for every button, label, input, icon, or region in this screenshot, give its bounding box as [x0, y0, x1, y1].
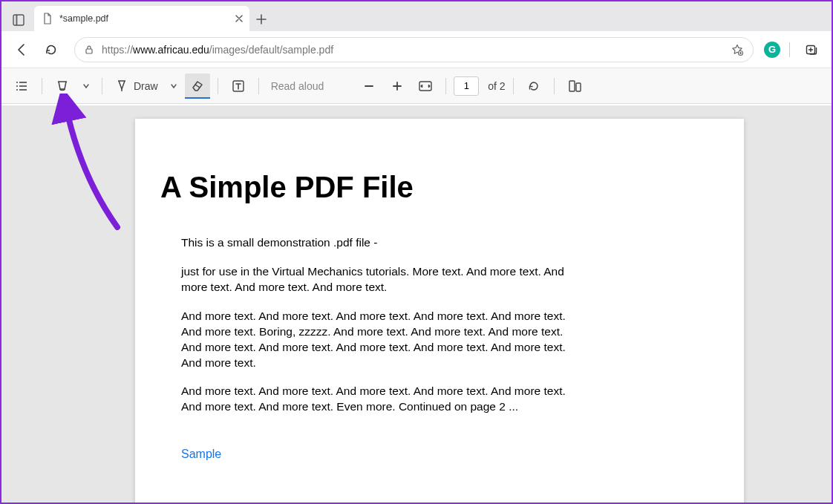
highlight-dropdown[interactable]	[78, 73, 94, 99]
grammarly-extension-icon[interactable]: G	[764, 42, 780, 58]
contents-button[interactable]	[9, 73, 34, 99]
tab[interactable]: *sample.pdf	[34, 6, 249, 31]
pdf-viewport[interactable]: A Simple PDF File This is a small demons…	[1, 105, 832, 503]
separator	[445, 78, 446, 94]
address-bar: https://www.africau.edu/images/default/s…	[1, 31, 832, 68]
svg-point-7	[16, 85, 18, 87]
fit-width-button[interactable]	[413, 73, 438, 99]
url-field[interactable]: https://www.africau.edu/images/default/s…	[74, 37, 754, 62]
collections-button[interactable]	[799, 37, 824, 62]
paragraph: just for use in the Virtual Mechanics tu…	[181, 264, 576, 295]
separator	[513, 78, 514, 94]
draw-dropdown[interactable]	[166, 73, 182, 99]
separator	[102, 78, 102, 94]
erase-button[interactable]	[185, 73, 210, 99]
page-view-button[interactable]	[562, 73, 587, 99]
address-bar-right: G	[764, 37, 824, 62]
zoom-out-button[interactable]	[356, 73, 382, 99]
rotate-button[interactable]	[521, 73, 546, 99]
tab-strip: *sample.pdf	[1, 1, 832, 31]
read-aloud-button[interactable]: Read aloud	[267, 73, 329, 99]
zoom-in-button[interactable]	[385, 73, 410, 99]
draw-button[interactable]: Draw	[110, 73, 163, 99]
new-tab-button[interactable]	[249, 7, 273, 31]
svg-line-12	[195, 85, 200, 88]
back-button[interactable]	[9, 37, 34, 62]
tab-actions-button[interactable]	[7, 9, 30, 31]
svg-rect-18	[569, 81, 575, 91]
separator	[42, 78, 42, 94]
sample-link[interactable]: Sample	[160, 448, 221, 461]
page-number-input[interactable]	[454, 76, 479, 96]
separator	[554, 78, 555, 94]
page-title: A Simple PDF File	[160, 171, 699, 204]
paragraph: This is a small demonstration .pdf file …	[181, 235, 576, 251]
page-body: This is a small demonstration .pdf file …	[160, 235, 576, 415]
separator	[258, 78, 259, 94]
draw-label: Draw	[134, 80, 158, 92]
svg-rect-19	[576, 83, 581, 91]
page-total-label: of 2	[488, 80, 505, 92]
paragraph: And more text. And more text. And more t…	[181, 309, 576, 371]
url-scheme: https://	[102, 44, 133, 56]
add-text-button[interactable]	[226, 73, 251, 99]
refresh-button[interactable]	[39, 37, 64, 62]
url-path: /images/default/sample.pdf	[209, 44, 333, 56]
paragraph: And more text. And more text. And more t…	[181, 384, 576, 415]
highlight-button[interactable]	[50, 73, 75, 99]
separator	[789, 42, 790, 57]
separator	[218, 78, 218, 94]
pdf-page: A Simple PDF File This is a small demons…	[135, 119, 744, 503]
close-tab-icon[interactable]	[235, 14, 244, 23]
tab-title: *sample.pdf	[59, 13, 108, 24]
lock-icon	[84, 45, 94, 55]
url-host: www.africau.edu	[133, 44, 209, 56]
favorites-icon[interactable]	[731, 43, 744, 56]
svg-rect-3	[86, 49, 92, 53]
svg-point-8	[16, 89, 18, 91]
file-icon	[42, 13, 53, 24]
svg-point-6	[16, 82, 18, 83]
pdf-toolbar: Draw Read aloud of 2	[1, 68, 832, 104]
